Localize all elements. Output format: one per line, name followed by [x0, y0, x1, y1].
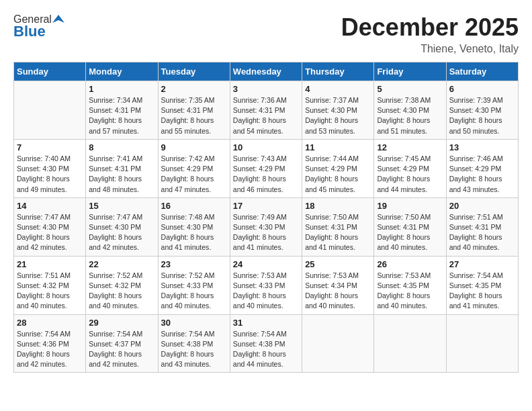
- calendar-cell: 15Sunrise: 7:47 AMSunset: 4:30 PMDayligh…: [86, 197, 158, 256]
- calendar-cell: [374, 314, 446, 373]
- week-row-3: 14Sunrise: 7:47 AMSunset: 4:30 PMDayligh…: [14, 197, 519, 256]
- day-number: 25: [305, 259, 371, 269]
- day-info: Sunrise: 7:38 AMSunset: 4:30 PMDaylight:…: [377, 95, 443, 136]
- day-info: Sunrise: 7:52 AMSunset: 4:33 PMDaylight:…: [161, 271, 227, 312]
- day-number: 2: [161, 84, 227, 94]
- week-row-4: 21Sunrise: 7:51 AMSunset: 4:32 PMDayligh…: [14, 256, 519, 314]
- week-row-2: 7Sunrise: 7:40 AMSunset: 4:30 PMDaylight…: [14, 139, 519, 197]
- day-number: 10: [233, 142, 299, 152]
- day-number: 8: [89, 142, 154, 152]
- calendar-cell: 10Sunrise: 7:43 AMSunset: 4:29 PMDayligh…: [230, 139, 302, 197]
- day-number: 6: [449, 84, 515, 94]
- day-info: Sunrise: 7:43 AMSunset: 4:29 PMDaylight:…: [233, 154, 299, 195]
- svg-marker-0: [52, 15, 64, 23]
- day-number: 18: [305, 201, 371, 211]
- day-number: 16: [161, 201, 227, 211]
- day-number: 7: [17, 142, 83, 152]
- column-header-monday: Monday: [86, 62, 158, 81]
- calendar-cell: 29Sunrise: 7:54 AMSunset: 4:37 PMDayligh…: [86, 314, 158, 373]
- calendar-cell: 22Sunrise: 7:52 AMSunset: 4:32 PMDayligh…: [86, 256, 158, 314]
- calendar-cell: 13Sunrise: 7:46 AMSunset: 4:29 PMDayligh…: [446, 139, 518, 197]
- day-number: 22: [89, 259, 154, 269]
- day-info: Sunrise: 7:46 AMSunset: 4:29 PMDaylight:…: [449, 154, 515, 195]
- column-header-tuesday: Tuesday: [158, 62, 230, 81]
- calendar-cell: 11Sunrise: 7:44 AMSunset: 4:29 PMDayligh…: [302, 139, 374, 197]
- day-number: 28: [17, 318, 83, 328]
- day-info: Sunrise: 7:47 AMSunset: 4:30 PMDaylight:…: [17, 212, 83, 253]
- calendar-cell: 28Sunrise: 7:54 AMSunset: 4:36 PMDayligh…: [14, 314, 86, 373]
- week-row-5: 28Sunrise: 7:54 AMSunset: 4:36 PMDayligh…: [14, 314, 519, 373]
- day-number: 23: [161, 259, 227, 269]
- column-header-saturday: Saturday: [446, 62, 518, 81]
- page-header: General Blue December 2025 Thiene, Venet…: [13, 13, 519, 55]
- calendar-cell: 17Sunrise: 7:49 AMSunset: 4:30 PMDayligh…: [230, 197, 302, 256]
- day-number: 3: [233, 84, 299, 94]
- day-info: Sunrise: 7:34 AMSunset: 4:31 PMDaylight:…: [89, 95, 154, 136]
- calendar-cell: [302, 314, 374, 373]
- column-header-friday: Friday: [374, 62, 446, 81]
- calendar-cell: 27Sunrise: 7:54 AMSunset: 4:35 PMDayligh…: [446, 256, 518, 314]
- day-number: 31: [233, 318, 299, 328]
- calendar-cell: 20Sunrise: 7:51 AMSunset: 4:31 PMDayligh…: [446, 197, 518, 256]
- calendar-cell: [446, 314, 518, 373]
- day-number: 27: [449, 259, 515, 269]
- day-info: Sunrise: 7:53 AMSunset: 4:35 PMDaylight:…: [377, 271, 443, 312]
- calendar-cell: 6Sunrise: 7:39 AMSunset: 4:30 PMDaylight…: [446, 81, 518, 140]
- day-info: Sunrise: 7:54 AMSunset: 4:38 PMDaylight:…: [233, 329, 299, 370]
- day-info: Sunrise: 7:54 AMSunset: 4:35 PMDaylight:…: [449, 271, 515, 312]
- day-number: 24: [233, 259, 299, 269]
- column-header-wednesday: Wednesday: [230, 62, 302, 81]
- calendar-cell: 26Sunrise: 7:53 AMSunset: 4:35 PMDayligh…: [374, 256, 446, 314]
- calendar-cell: 7Sunrise: 7:40 AMSunset: 4:30 PMDaylight…: [14, 139, 86, 197]
- calendar-cell: 23Sunrise: 7:52 AMSunset: 4:33 PMDayligh…: [158, 256, 230, 314]
- title-block: December 2025 Thiene, Veneto, Italy: [341, 13, 519, 55]
- day-info: Sunrise: 7:54 AMSunset: 4:37 PMDaylight:…: [89, 329, 154, 370]
- day-info: Sunrise: 7:37 AMSunset: 4:30 PMDaylight:…: [305, 95, 371, 136]
- day-number: 20: [449, 201, 515, 211]
- day-number: 1: [89, 84, 154, 94]
- day-info: Sunrise: 7:53 AMSunset: 4:33 PMDaylight:…: [233, 271, 299, 312]
- day-info: Sunrise: 7:35 AMSunset: 4:31 PMDaylight:…: [161, 95, 227, 136]
- calendar-cell: 5Sunrise: 7:38 AMSunset: 4:30 PMDaylight…: [374, 81, 446, 140]
- calendar-cell: 18Sunrise: 7:50 AMSunset: 4:31 PMDayligh…: [302, 197, 374, 256]
- day-info: Sunrise: 7:50 AMSunset: 4:31 PMDaylight:…: [377, 212, 443, 253]
- day-number: 26: [377, 259, 443, 269]
- day-info: Sunrise: 7:40 AMSunset: 4:30 PMDaylight:…: [17, 154, 83, 195]
- day-info: Sunrise: 7:41 AMSunset: 4:31 PMDaylight:…: [89, 154, 154, 195]
- calendar-cell: 4Sunrise: 7:37 AMSunset: 4:30 PMDaylight…: [302, 81, 374, 140]
- calendar-cell: 1Sunrise: 7:34 AMSunset: 4:31 PMDaylight…: [86, 81, 158, 140]
- logo-blue-text: Blue: [13, 23, 46, 40]
- day-number: 17: [233, 201, 299, 211]
- calendar-cell: 21Sunrise: 7:51 AMSunset: 4:32 PMDayligh…: [14, 256, 86, 314]
- calendar-cell: 12Sunrise: 7:45 AMSunset: 4:29 PMDayligh…: [374, 139, 446, 197]
- day-info: Sunrise: 7:51 AMSunset: 4:31 PMDaylight:…: [449, 212, 515, 253]
- day-info: Sunrise: 7:49 AMSunset: 4:30 PMDaylight:…: [233, 212, 299, 253]
- day-number: 11: [305, 142, 371, 152]
- day-info: Sunrise: 7:39 AMSunset: 4:30 PMDaylight:…: [449, 95, 515, 136]
- calendar-cell: 3Sunrise: 7:36 AMSunset: 4:31 PMDaylight…: [230, 81, 302, 140]
- calendar-cell: 8Sunrise: 7:41 AMSunset: 4:31 PMDaylight…: [86, 139, 158, 197]
- day-number: 29: [89, 318, 154, 328]
- day-info: Sunrise: 7:48 AMSunset: 4:30 PMDaylight:…: [161, 212, 227, 253]
- day-number: 5: [377, 84, 443, 94]
- location: Thiene, Veneto, Italy: [341, 43, 519, 55]
- day-number: 9: [161, 142, 227, 152]
- day-info: Sunrise: 7:53 AMSunset: 4:34 PMDaylight:…: [305, 271, 371, 312]
- day-number: 15: [89, 201, 154, 211]
- day-info: Sunrise: 7:54 AMSunset: 4:38 PMDaylight:…: [161, 329, 227, 370]
- day-info: Sunrise: 7:50 AMSunset: 4:31 PMDaylight:…: [305, 212, 371, 253]
- calendar-cell: 16Sunrise: 7:48 AMSunset: 4:30 PMDayligh…: [158, 197, 230, 256]
- calendar-cell: 24Sunrise: 7:53 AMSunset: 4:33 PMDayligh…: [230, 256, 302, 314]
- calendar-cell: 2Sunrise: 7:35 AMSunset: 4:31 PMDaylight…: [158, 81, 230, 140]
- day-number: 13: [449, 142, 515, 152]
- column-header-thursday: Thursday: [302, 62, 374, 81]
- calendar-cell: 9Sunrise: 7:42 AMSunset: 4:29 PMDaylight…: [158, 139, 230, 197]
- day-info: Sunrise: 7:42 AMSunset: 4:29 PMDaylight:…: [161, 154, 227, 195]
- calendar-cell: 31Sunrise: 7:54 AMSunset: 4:38 PMDayligh…: [230, 314, 302, 373]
- week-row-1: 1Sunrise: 7:34 AMSunset: 4:31 PMDaylight…: [14, 81, 519, 140]
- day-info: Sunrise: 7:54 AMSunset: 4:36 PMDaylight:…: [17, 329, 83, 370]
- logo-bird-icon: [52, 13, 64, 26]
- column-header-sunday: Sunday: [14, 62, 86, 81]
- calendar-cell: [14, 81, 86, 140]
- logo: General Blue: [13, 13, 65, 40]
